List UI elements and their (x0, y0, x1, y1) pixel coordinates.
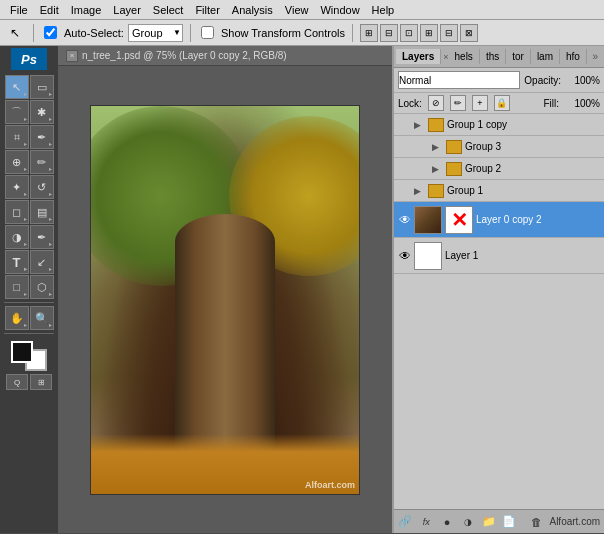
name-layer0copy2: Layer 0 copy 2 (476, 214, 602, 225)
eye-group1copy[interactable] (396, 116, 414, 134)
add-mask-btn[interactable]: ● (440, 513, 455, 531)
menu-select[interactable]: Select (147, 2, 190, 18)
layer-group-3[interactable]: ▶ Group 3 (394, 136, 604, 158)
gradient-tool-btn[interactable]: ▤▸ (30, 200, 54, 224)
quick-mask-mode-btn[interactable]: Q (6, 374, 28, 390)
lasso-tool-btn[interactable]: ⌒▸ (5, 100, 29, 124)
canvas-content[interactable]: Alfoart.com (58, 66, 392, 533)
eye-group1[interactable] (396, 182, 414, 200)
new-layer-btn[interactable]: 📄 (502, 513, 517, 531)
lock-all-btn[interactable]: 🔒 (494, 95, 510, 111)
lock-image-btn[interactable]: ✏ (450, 95, 466, 111)
group-dropdown-wrap: Group Layer ▼ (128, 24, 183, 42)
extra-icons: Q ⊞ (6, 374, 52, 390)
type-tool-btn[interactable]: T▸ (5, 250, 29, 274)
eye-layer1[interactable]: 👁 (396, 247, 414, 265)
thumb-layer0copy2 (414, 206, 442, 234)
align-buttons: ⊞ ⊟ ⊡ ⊞ ⊟ ⊠ (360, 24, 478, 42)
clone-tool-btn[interactable]: ✦▸ (5, 175, 29, 199)
hand-tool-btn[interactable]: ✋▸ (5, 306, 29, 330)
layer-styles-btn[interactable]: fx (419, 513, 434, 531)
align-right-btn[interactable]: ⊠ (460, 24, 478, 42)
layer-0-copy-2-row[interactable]: 👁 ✕ Layer 0 copy 2 (394, 202, 604, 238)
menu-bar: File Edit Image Layer Select Filter Anal… (0, 0, 604, 20)
canvas-close-btn[interactable]: × (66, 50, 78, 62)
tab-ths[interactable]: ths (480, 49, 506, 64)
healing-tool-btn[interactable]: ⊕▸ (5, 150, 29, 174)
auto-select-dropdown[interactable]: Group Layer (128, 24, 183, 42)
link-layers-btn[interactable]: 🔗 (398, 513, 413, 531)
align-vcenter-btn[interactable]: ⊟ (380, 24, 398, 42)
name-layer1: Layer 1 (445, 250, 602, 261)
move-tool-btn[interactable]: ↖▸ (5, 75, 29, 99)
layer-group-2[interactable]: ▶ Group 2 (394, 158, 604, 180)
menu-file[interactable]: File (4, 2, 34, 18)
layer-group-1[interactable]: ▶ Group 1 (394, 180, 604, 202)
brush-tool-btn[interactable]: ✏▸ (30, 150, 54, 174)
crop-tool-btn[interactable]: ⌗▸ (5, 125, 29, 149)
eyedropper-tool-btn[interactable]: ✒▸ (30, 125, 54, 149)
menu-layer[interactable]: Layer (107, 2, 147, 18)
eraser-tool-btn[interactable]: ◻▸ (5, 200, 29, 224)
expand-group2[interactable]: ▶ (432, 164, 446, 174)
move-tool-icon[interactable]: ↖ (4, 22, 26, 44)
layer-group-1-copy[interactable]: ▶ Group 1 copy (394, 114, 604, 136)
layer-1-row[interactable]: 👁 Layer 1 (394, 238, 604, 274)
screen-mode-btn[interactable]: ⊞ (30, 374, 52, 390)
align-left-btn[interactable]: ⊞ (420, 24, 438, 42)
fg-bg-colors[interactable] (11, 341, 47, 371)
expand-group1[interactable]: ▶ (414, 186, 428, 196)
tool-row-7: ◑▸ ✒▸ (5, 225, 54, 249)
transform-controls-checkbox[interactable] (201, 26, 214, 39)
tab-hfo[interactable]: hfo (560, 49, 587, 64)
align-bottom-btn[interactable]: ⊡ (400, 24, 418, 42)
canvas-area: × n_tree_1.psd @ 75% (Layer 0 copy 2, RG… (58, 46, 392, 533)
menu-help[interactable]: Help (366, 2, 401, 18)
panel-expand-btn[interactable]: » (588, 51, 602, 62)
pen-tool-btn[interactable]: ✒▸ (30, 225, 54, 249)
dodge-tool-btn[interactable]: ◑▸ (5, 225, 29, 249)
sep-2 (190, 24, 191, 42)
auto-select-checkbox[interactable] (44, 26, 57, 39)
delete-layer-btn[interactable]: 🗑 (529, 513, 544, 531)
menu-view[interactable]: View (279, 2, 315, 18)
menu-image[interactable]: Image (65, 2, 108, 18)
eye-group3[interactable] (414, 138, 432, 156)
zoom-tool-btn[interactable]: 🔍▸ (30, 306, 54, 330)
panel-bottom: 🔗 fx ● ◑ 📁 📄 🗑 Alfoart.com (394, 509, 604, 533)
fill-label: Fill: (543, 98, 559, 109)
path-select-tool-btn[interactable]: ↙▸ (30, 250, 54, 274)
3d-tool-btn[interactable]: ⬡▸ (30, 275, 54, 299)
mask-layer0copy2[interactable]: ✕ (445, 206, 473, 234)
new-group-btn[interactable]: 📁 (481, 513, 496, 531)
watermark: Alfoart.com (305, 480, 355, 490)
menu-filter[interactable]: Filter (189, 2, 225, 18)
layer-list: ▶ Group 1 copy ▶ Group 3 ▶ Group 2 (394, 114, 604, 509)
new-adjustment-btn[interactable]: ◑ (460, 513, 475, 531)
expand-group1copy[interactable]: ▶ (414, 120, 428, 130)
align-hcenter-btn[interactable]: ⊟ (440, 24, 458, 42)
eye-layer0copy2[interactable]: 👁 (396, 211, 414, 229)
menu-window[interactable]: Window (314, 2, 365, 18)
tab-lam[interactable]: lam (531, 49, 560, 64)
lock-position-btn[interactable]: + (472, 95, 488, 111)
menu-edit[interactable]: Edit (34, 2, 65, 18)
align-top-btn[interactable]: ⊞ (360, 24, 378, 42)
lock-transparent-btn[interactable]: ⊘ (428, 95, 444, 111)
foreground-color-swatch[interactable] (11, 341, 33, 363)
shape-tool-btn[interactable]: □▸ (5, 275, 29, 299)
blend-mode-select[interactable]: Normal Multiply Screen (398, 71, 520, 89)
tool-row-9: □▸ ⬡▸ (5, 275, 54, 299)
panel-tabs: Layers × hels ths tor lam hfo » (394, 46, 604, 68)
menu-analysis[interactable]: Analysis (226, 2, 279, 18)
layers-panel: Layers × hels ths tor lam hfo » Normal M… (392, 46, 604, 533)
quick-select-tool-btn[interactable]: ✱▸ (30, 100, 54, 124)
tab-tor[interactable]: tor (506, 49, 531, 64)
expand-group3[interactable]: ▶ (432, 142, 446, 152)
tab-layers[interactable]: Layers (396, 49, 441, 64)
eye-group2[interactable] (414, 160, 432, 178)
marquee-tool-btn[interactable]: ▭▸ (30, 75, 54, 99)
toolbox: Ps ↖▸ ▭▸ ⌒▸ ✱▸ ⌗▸ ✒▸ ⊕▸ ✏▸ ✦▸ ↺▸ ◻▸ ▤▸ ◑… (0, 46, 58, 533)
tab-hels[interactable]: hels (449, 49, 480, 64)
history-tool-btn[interactable]: ↺▸ (30, 175, 54, 199)
